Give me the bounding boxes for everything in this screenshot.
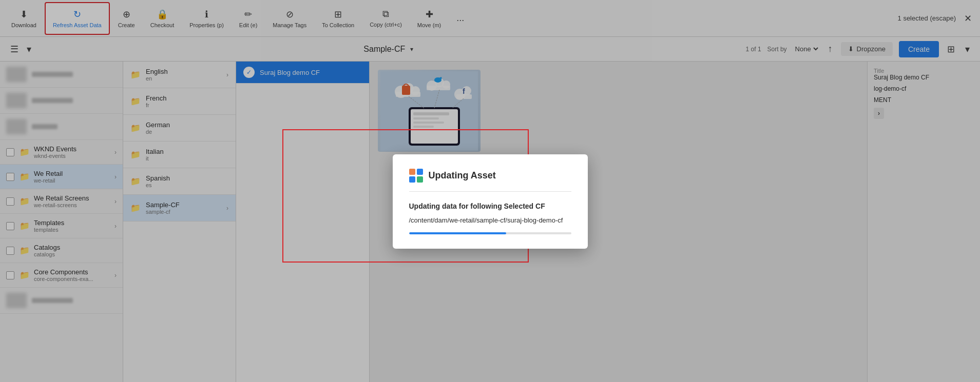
dialog-progress — [409, 232, 571, 234]
dialog-icon — [409, 169, 424, 183]
update-dialog: Updating Asset Updating data for followi… — [393, 154, 588, 249]
dialog-title: Updating Asset — [409, 169, 571, 192]
dialog-progress-bar — [409, 232, 507, 234]
dialog-path-text: /content/dam/we-retail/sample-cf/suraj-b… — [409, 216, 571, 224]
dialog-title-text: Updating Asset — [429, 170, 496, 181]
dialog-body-text: Updating data for following Selected CF — [409, 202, 571, 210]
modal-overlay: Updating Asset Updating data for followi… — [0, 0, 980, 382]
